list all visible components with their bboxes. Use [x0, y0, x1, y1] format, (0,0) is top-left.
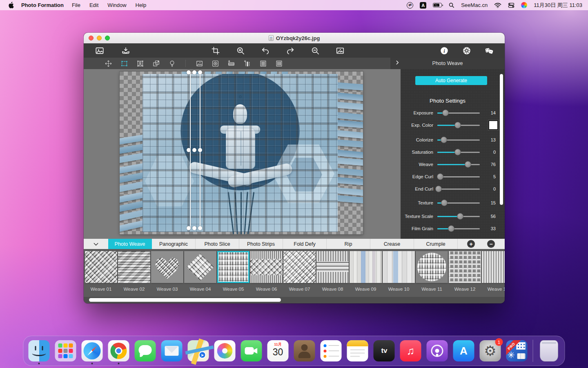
thumbnails-scroll-track[interactable]	[84, 297, 505, 303]
menu-clock[interactable]: 11月30日 周三 11:03	[534, 2, 582, 9]
preset-weave-13[interactable]: Weave 13	[481, 249, 505, 297]
dice-icon[interactable]	[484, 46, 494, 56]
add-preset-button[interactable]: +	[467, 240, 475, 248]
preset-weave-04[interactable]: Weave 04	[184, 249, 217, 297]
dock-launchpad-icon[interactable]	[55, 340, 76, 361]
sync-menu-icon[interactable]: ⇄	[407, 2, 413, 9]
slider-thumb[interactable]	[454, 122, 461, 128]
slider-thumb[interactable]	[457, 213, 463, 220]
image-icon[interactable]	[195, 59, 203, 67]
slider-thumb[interactable]	[441, 200, 448, 206]
dock-photo-formation-icon[interactable]: ✳ PRO	[506, 340, 528, 361]
settings-icon[interactable]	[462, 46, 472, 56]
dock-trash-icon[interactable]	[540, 340, 558, 361]
dock-maps-icon[interactable]: ➤	[188, 340, 209, 361]
close-button[interactable]	[89, 36, 94, 40]
collapse-tray-icon[interactable]	[84, 239, 108, 249]
preset-weave-10[interactable]: Weave 10	[382, 249, 415, 297]
slider-track[interactable]	[437, 188, 480, 190]
picture-icon[interactable]	[95, 46, 105, 56]
tab-photo-slice[interactable]: Photo Slice	[196, 239, 239, 249]
minimize-button[interactable]	[97, 36, 102, 40]
slider-track[interactable]	[437, 202, 480, 204]
preset-weave-12[interactable]: Weave 12	[448, 249, 481, 297]
preset-weave-06[interactable]: Weave 06	[250, 249, 283, 297]
move-icon[interactable]	[104, 59, 112, 67]
redo-icon[interactable]	[285, 46, 295, 56]
panel-scrollbar[interactable]	[500, 74, 503, 205]
preset-weave-08[interactable]: Weave 08	[316, 249, 349, 297]
portrait-select-icon[interactable]	[136, 59, 144, 67]
zoom-button[interactable]	[105, 36, 110, 40]
strip-vertical-icon[interactable]	[243, 59, 251, 67]
dock-finder-icon[interactable]	[29, 340, 50, 361]
preset-weave-07[interactable]: Weave 07	[283, 249, 316, 297]
slider-thumb[interactable]	[437, 173, 443, 180]
remove-preset-button[interactable]: −	[487, 240, 495, 248]
slider-track[interactable]	[437, 216, 480, 217]
menu-help[interactable]: Help	[136, 2, 147, 8]
auto-generate-button[interactable]: Auto Generate	[415, 76, 487, 85]
input-source-icon[interactable]: A	[420, 2, 426, 9]
slider-thumb[interactable]	[442, 110, 449, 116]
info-icon[interactable]: i	[439, 46, 449, 56]
tab-panographic[interactable]: Panographic	[152, 239, 196, 249]
strips-horizontal-icon[interactable]	[227, 59, 235, 67]
dock-contacts-icon[interactable]	[294, 340, 315, 361]
selection-handle-middle[interactable]	[187, 148, 202, 152]
slider-thumb[interactable]	[441, 137, 447, 143]
dock-appletv-icon[interactable]: tv	[374, 340, 395, 361]
tab-photo-strips[interactable]: Photo Strips	[239, 239, 283, 249]
woven-photo[interactable]	[143, 74, 338, 232]
wifi-icon[interactable]	[494, 2, 501, 8]
crop-icon[interactable]	[211, 46, 220, 56]
preset-weave-05[interactable]: Weave 05	[217, 249, 250, 297]
status-menu-text[interactable]: SeeMac.cn	[461, 2, 488, 8]
undo-icon[interactable]	[261, 46, 270, 56]
dock-facetime-icon[interactable]	[241, 340, 262, 361]
tab-crease[interactable]: Crease	[370, 239, 414, 249]
slider-track[interactable]	[437, 125, 480, 126]
columns-icon[interactable]	[275, 59, 283, 67]
dock-system-preferences-icon[interactable]: ⚙1	[480, 340, 501, 361]
preset-weave-11[interactable]: Weave 11	[415, 249, 448, 297]
tab-photo-weave[interactable]: Photo Weave	[108, 239, 152, 249]
picture-frame-icon[interactable]	[335, 46, 345, 56]
menu-window[interactable]: Window	[107, 2, 126, 8]
slider-track[interactable]	[437, 176, 480, 177]
zoom-out-icon[interactable]	[310, 46, 320, 56]
circle-x-icon[interactable]	[211, 59, 219, 67]
dock-podcasts-icon[interactable]	[427, 340, 448, 361]
app-menu-title[interactable]: Photo Formation	[21, 2, 64, 8]
dock-photos-icon[interactable]	[214, 340, 236, 361]
selection-handle-bottom[interactable]	[187, 226, 202, 230]
dock-music-icon[interactable]: ♫	[400, 340, 421, 361]
menu-edit[interactable]: Edit	[89, 2, 98, 8]
dock-appstore-icon[interactable]: A	[453, 340, 474, 361]
preset-weave-03[interactable]: Weave 03	[151, 249, 184, 297]
slider-thumb[interactable]	[465, 161, 471, 168]
slider-thumb[interactable]	[448, 225, 454, 232]
canvas-area[interactable]	[84, 69, 401, 239]
slider-thumb[interactable]	[454, 149, 461, 155]
bulb-icon[interactable]	[168, 59, 176, 67]
dock-notes-icon[interactable]	[347, 340, 368, 361]
battery-charging-icon[interactable]: ϟ	[433, 3, 442, 7]
canvas-document[interactable]	[120, 72, 363, 234]
window-titlebar[interactable]: OYzbqk2y26c.jpg	[84, 33, 505, 43]
slider-track[interactable]	[437, 112, 480, 114]
slider-track[interactable]	[437, 164, 480, 165]
selection-handle-top[interactable]	[187, 70, 202, 74]
spotlight-icon[interactable]	[448, 2, 454, 8]
dock-calendar-icon[interactable]: 11月 30	[267, 340, 289, 361]
tab-crumple[interactable]: Crumple	[414, 239, 458, 249]
dock-mail-icon[interactable]	[161, 340, 183, 361]
preset-weave-09[interactable]: Weave 09	[349, 249, 382, 297]
rows-icon[interactable]	[259, 59, 267, 67]
siri-icon[interactable]	[521, 2, 527, 8]
import-icon[interactable]	[121, 46, 131, 56]
collapse-panel-icon[interactable]	[394, 60, 400, 67]
slider-thumb[interactable]	[435, 186, 442, 192]
slider-track[interactable]	[437, 228, 480, 229]
rect-select-icon[interactable]	[120, 59, 128, 67]
